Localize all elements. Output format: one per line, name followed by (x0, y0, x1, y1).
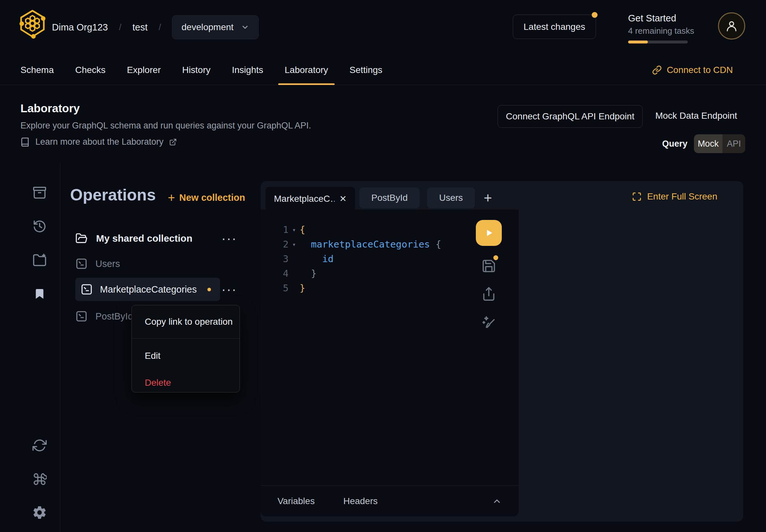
run-query-button[interactable] (476, 220, 502, 246)
operation-item-users[interactable]: Users (75, 254, 120, 274)
operation-item-postbyid[interactable]: PostById (75, 306, 133, 326)
terminal-square-icon (75, 258, 88, 270)
share-icon (481, 286, 496, 301)
broom-sparkles-icon (481, 314, 496, 329)
learn-more-label: Learn more about the Laboratory (35, 137, 164, 147)
nav-tab-schema[interactable]: Schema (20, 55, 54, 85)
connect-to-cdn-link[interactable]: Connect to CDN (652, 55, 733, 85)
fold-spacer (288, 266, 299, 281)
command-icon[interactable] (31, 471, 48, 488)
fold-caret-icon[interactable]: ▾ (288, 223, 299, 237)
progress-fill (628, 41, 648, 43)
new-tab-button[interactable]: + (478, 187, 498, 208)
hive-logo (19, 9, 46, 39)
context-menu-edit[interactable]: Edit (132, 339, 239, 373)
code-segment: marketplaceCategories (311, 237, 436, 252)
line-number: 3 (261, 252, 288, 266)
connect-graphql-endpoint-button[interactable]: Connect GraphQL API Endpoint (498, 105, 643, 128)
editor-actions (476, 220, 502, 330)
person-icon (725, 19, 738, 33)
get-started-title: Get Started (628, 13, 694, 24)
code-segment: { (299, 223, 305, 237)
get-started-progress-track (628, 41, 688, 43)
code-segment: } (299, 266, 316, 281)
refresh-icon[interactable] (31, 437, 48, 454)
page-title: Laboratory (20, 102, 80, 115)
editor-tab-label: MarketplaceC… (274, 194, 334, 204)
environment-selected-value: development (181, 22, 233, 32)
query-mode-api[interactable]: API (723, 134, 745, 153)
new-collection-label: New collection (179, 192, 245, 203)
latest-changes-button[interactable]: Latest changes (513, 15, 596, 39)
headers-tab[interactable]: Headers (343, 496, 378, 506)
get-started-remaining: 4 remaining tasks (628, 26, 694, 36)
fullscreen-icon (632, 192, 642, 201)
operation-label: Users (95, 259, 120, 269)
nav-tab-explorer[interactable]: Explorer (127, 55, 161, 85)
nav-tab-history[interactable]: History (182, 55, 210, 85)
query-editor[interactable]: 1 ▾ { 2 ▾ marketplaceCategories { 3 id (261, 210, 519, 516)
book-icon (20, 137, 30, 147)
editor-tab-users[interactable]: Users (427, 187, 475, 208)
mock-data-endpoint-button[interactable]: Mock Data Endpoint (655, 111, 737, 121)
terminal-square-icon (80, 283, 93, 296)
learn-more-link[interactable]: Learn more about the Laboratory (20, 137, 177, 147)
share-operation-button[interactable] (481, 286, 497, 302)
close-icon[interactable]: ✕ (339, 194, 346, 204)
history-icon[interactable] (31, 218, 48, 235)
breadcrumb-separator: / (119, 22, 121, 32)
variables-tab[interactable]: Variables (277, 496, 315, 506)
line-number: 1 (261, 223, 288, 237)
code-segment: id (322, 252, 334, 266)
nav-tab-laboratory[interactable]: Laboratory (285, 55, 328, 85)
chevron-up-icon (492, 496, 502, 506)
unsaved-changes-dot (493, 255, 498, 260)
line-number: 2 (261, 237, 288, 252)
breadcrumb-project[interactable]: test (132, 22, 148, 33)
notification-dot (592, 12, 598, 18)
enter-fullscreen-button[interactable]: Enter Full Screen (632, 181, 717, 212)
context-menu-copy-link[interactable]: Copy link to operation (132, 305, 239, 338)
plus-icon: + (168, 191, 175, 204)
folder-open-icon (75, 232, 88, 245)
operation-menu-button[interactable]: ··· (221, 278, 237, 301)
code-segment (299, 252, 322, 266)
operation-item-marketplacecategories[interactable]: MarketplaceCategories (75, 278, 220, 301)
connect-graphql-endpoint-label: Connect GraphQL API Endpoint (506, 111, 635, 122)
nav-tab-insights[interactable]: Insights (232, 55, 263, 85)
play-icon (483, 227, 494, 238)
collapse-footer-button[interactable] (492, 496, 502, 506)
nav-tab-settings[interactable]: Settings (349, 55, 382, 85)
nav-tabs: Schema Checks Explorer History Insights … (20, 55, 382, 85)
get-started-widget[interactable]: Get Started 4 remaining tasks (628, 13, 694, 43)
nav-tab-checks[interactable]: Checks (75, 55, 105, 85)
save-operation-button[interactable] (481, 258, 497, 274)
user-avatar[interactable] (718, 12, 745, 40)
page-subtitle: Explore your GraphQL schema and run quer… (20, 121, 311, 131)
enter-fullscreen-label: Enter Full Screen (647, 191, 717, 202)
fold-caret-icon[interactable]: ▾ (288, 237, 299, 252)
editor-tab-postbyid[interactable]: PostById (359, 187, 420, 208)
editor-tab-marketplacecategories[interactable]: MarketplaceC… ✕ (265, 187, 355, 211)
prettify-query-button[interactable] (481, 314, 497, 330)
breadcrumb: Dima Org123 / test / development (52, 0, 259, 54)
breadcrumb-org[interactable]: Dima Org123 (52, 22, 108, 33)
environment-selector[interactable]: development (172, 15, 258, 39)
collection-my-shared-collection[interactable]: My shared collection (75, 228, 221, 248)
archive-icon[interactable] (31, 184, 48, 201)
query-mode-mock[interactable]: Mock (694, 134, 723, 153)
context-menu-delete[interactable]: Delete (132, 373, 239, 393)
operation-label: PostById (95, 311, 133, 322)
new-collection-button[interactable]: + New collection (168, 191, 245, 204)
editor-footer: Variables Headers (261, 485, 519, 516)
breadcrumb-separator: / (159, 22, 161, 32)
bookmark-icon[interactable] (31, 285, 48, 302)
line-number: 5 (261, 281, 288, 296)
folder-plus-icon[interactable] (31, 252, 48, 269)
mock-data-endpoint-label: Mock Data Endpoint (655, 111, 737, 121)
link-icon (652, 65, 662, 75)
latest-changes-label: Latest changes (524, 22, 585, 32)
fold-spacer (288, 252, 299, 266)
settings-icon[interactable] (31, 504, 48, 521)
collection-menu-button[interactable]: ··· (221, 228, 237, 248)
